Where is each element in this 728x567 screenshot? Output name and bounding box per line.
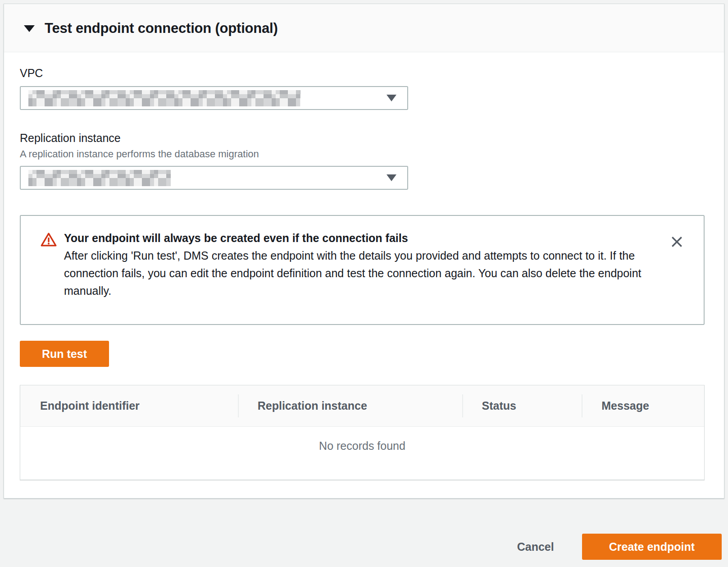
vpc-select-chevron-down-icon xyxy=(387,95,396,101)
section-header-toggle[interactable]: Test endpoint connection (optional) xyxy=(4,4,724,52)
replication-instance-label: Replication instance xyxy=(20,132,705,145)
vpc-label: VPC xyxy=(20,67,705,80)
test-results-table: Endpoint identifier Replication instance… xyxy=(20,385,705,480)
test-endpoint-connection-section: Test endpoint connection (optional) VPC … xyxy=(4,4,724,498)
section-title: Test endpoint connection (optional) xyxy=(45,20,278,37)
warning-alert-body: After clicking 'Run test', DMS creates t… xyxy=(64,247,650,300)
warning-alert: Your endpoint will always be created eve… xyxy=(20,215,705,325)
vpc-selected-value-redacted xyxy=(28,90,300,106)
column-header-status: Status xyxy=(462,385,582,426)
vpc-select[interactable] xyxy=(20,86,408,110)
replication-instance-description: A replication instance performs the data… xyxy=(20,148,705,160)
column-header-endpoint-identifier: Endpoint identifier xyxy=(20,385,238,426)
replication-instance-field: Replication instance A replication insta… xyxy=(20,132,705,190)
run-test-button[interactable]: Run test xyxy=(20,341,109,367)
table-empty-state: No records found xyxy=(20,427,704,480)
table-header-row: Endpoint identifier Replication instance… xyxy=(20,385,704,427)
warning-alert-text: Your endpoint will always be created eve… xyxy=(64,229,650,300)
warning-alert-close-icon[interactable] xyxy=(670,235,684,249)
form-footer-actions: Cancel Create endpoint xyxy=(0,498,728,560)
column-header-replication-instance: Replication instance xyxy=(238,385,462,426)
create-endpoint-button[interactable]: Create endpoint xyxy=(582,534,722,560)
section-body: VPC Replication instance A replication i… xyxy=(4,52,724,498)
warning-alert-title: Your endpoint will always be created eve… xyxy=(64,229,650,247)
replication-instance-selected-value-redacted xyxy=(28,170,171,186)
column-header-message: Message xyxy=(582,385,704,426)
vpc-field: VPC xyxy=(20,67,705,110)
warning-triangle-icon xyxy=(41,232,57,250)
replication-instance-select-chevron-down-icon xyxy=(387,174,396,181)
replication-instance-select[interactable] xyxy=(20,166,408,190)
section-collapse-triangle-icon xyxy=(24,25,35,32)
cancel-button[interactable]: Cancel xyxy=(508,536,563,558)
